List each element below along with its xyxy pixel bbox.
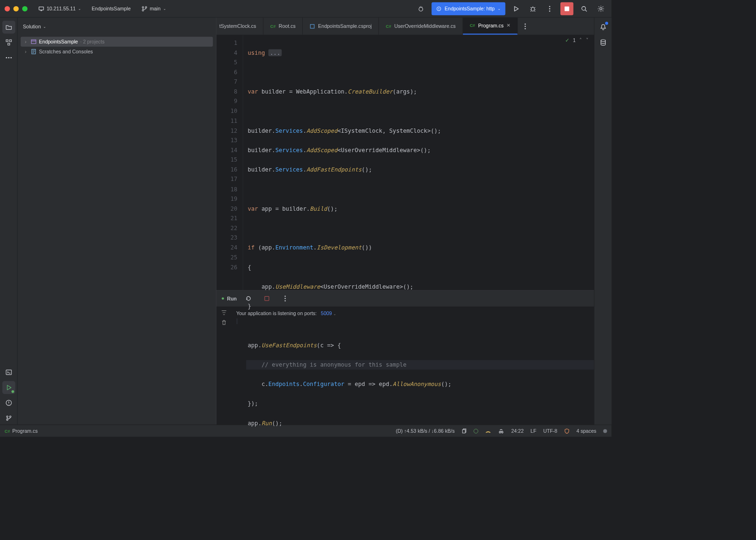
tab-label: UserOverrideMiddleware.cs	[394, 23, 455, 29]
project-name[interactable]: EndpointsSample	[89, 4, 134, 13]
csproj-icon	[309, 24, 315, 29]
filter-icon[interactable]	[221, 309, 227, 316]
minimize-window-button[interactable]	[13, 6, 18, 11]
run-button[interactable]	[510, 2, 522, 15]
cs-icon: C#	[470, 23, 475, 28]
vcs-branch-dropdown[interactable]: main ⌄	[138, 4, 169, 13]
settings-button[interactable]	[595, 2, 607, 15]
close-window-button[interactable]	[5, 6, 10, 11]
status-file[interactable]: C# Program.cs	[5, 428, 38, 434]
zoom-window-button[interactable]	[22, 6, 27, 11]
notifications-button[interactable]	[596, 21, 610, 34]
svg-rect-24	[31, 40, 36, 43]
more-tools-button[interactable]	[2, 51, 15, 64]
right-tool-strip	[594, 17, 611, 425]
line-gutter: 1456789101112131415161718192021222324252…	[216, 35, 243, 290]
play-icon	[6, 385, 12, 391]
editor-tab[interactable]: C#UserOverrideMiddleware.cs	[379, 17, 463, 34]
tree-row-scratches[interactable]: › Scratches and Consoles	[21, 47, 213, 57]
console-caret: ​	[236, 318, 238, 324]
titlebar: 10.211.55.11 ⌄ EndpointsSample main ⌄ En…	[0, 0, 611, 17]
structure-tool-button[interactable]	[2, 36, 15, 49]
run-config-label: EndpointsSample: http	[445, 6, 495, 11]
trash-icon[interactable]	[221, 319, 227, 326]
solution-sidebar: Solution ⌄ › EndpointsSample · 2 project…	[17, 17, 216, 425]
svg-point-28	[525, 26, 526, 27]
svg-point-33	[601, 40, 605, 42]
editor-area: tSystemClock.cs C#Root.cs EndpointsSampl…	[216, 17, 594, 425]
warning-icon	[5, 399, 12, 406]
svg-point-23	[9, 416, 11, 417]
profiler-icon-button[interactable]	[415, 2, 427, 15]
code-surface[interactable]: using ... var builder = WebApplication.C…	[243, 35, 594, 290]
tab-label: Root.cs	[279, 23, 296, 29]
stop-icon	[565, 6, 569, 11]
chevron-down-icon: ⌄	[163, 7, 166, 11]
more-actions-button[interactable]	[543, 2, 556, 15]
svg-rect-14	[9, 40, 11, 42]
chevron-up-icon[interactable]: ˄	[579, 37, 582, 43]
chevron-down-icon[interactable]: ˅	[586, 37, 589, 43]
chevron-down-icon: ⌄	[78, 7, 81, 11]
remote-host-label: 10.211.55.11	[47, 6, 76, 11]
code-editor[interactable]: 1456789101112131415161718192021222324252…	[216, 35, 594, 290]
running-dot-icon	[222, 297, 224, 300]
chevron-down-icon: ⌄	[498, 7, 500, 11]
tree-row-label: EndpointsSample	[39, 39, 78, 44]
svg-rect-13	[6, 40, 8, 42]
left-tool-strip	[0, 17, 17, 425]
editor-tab[interactable]: EndpointsSample.csproj	[303, 17, 379, 34]
vcs-tool-button[interactable]	[2, 411, 15, 425]
editor-tab[interactable]: C#Root.cs	[263, 17, 302, 34]
problems-tool-button[interactable]	[2, 396, 15, 410]
stop-button[interactable]	[560, 2, 574, 15]
solution-icon	[31, 39, 37, 45]
solution-tree: › EndpointsSample · 2 projects › Scratch…	[17, 35, 216, 58]
play-icon	[513, 6, 519, 12]
run-tool-button[interactable]	[2, 381, 15, 394]
svg-point-16	[6, 57, 7, 59]
svg-point-12	[600, 8, 602, 10]
svg-rect-0	[39, 7, 44, 9]
notification-dot-icon	[605, 22, 608, 25]
svg-point-27	[525, 23, 526, 25]
svg-point-22	[6, 419, 8, 420]
sidebar-title: Solution	[23, 24, 41, 29]
inspection-widget[interactable]: ✓ 1 ˄ ˅	[565, 37, 589, 43]
remote-host-dropdown[interactable]: 10.211.55.11 ⌄	[35, 4, 84, 13]
close-tab-icon[interactable]: ✕	[507, 23, 510, 28]
main-area: Solution ⌄ › EndpointsSample · 2 project…	[0, 17, 611, 425]
run-config-selector[interactable]: EndpointsSample: http ⌄	[432, 2, 506, 15]
run-tab-label: Run	[227, 296, 237, 301]
project-name-label: EndpointsSample	[92, 6, 130, 11]
status-file-label: Program.cs	[12, 428, 38, 434]
svg-point-6	[438, 8, 439, 9]
check-icon: ✓	[565, 37, 569, 43]
chevron-right-icon: ›	[23, 49, 28, 54]
editor-tab[interactable]: tSystemClock.cs	[216, 17, 264, 34]
svg-point-10	[549, 10, 550, 12]
scratches-icon	[31, 49, 37, 55]
svg-point-18	[10, 57, 12, 59]
window-controls	[5, 6, 28, 11]
folder-icon	[5, 24, 12, 31]
editor-tab-active[interactable]: C#Program.cs✕	[463, 17, 518, 34]
run-tab[interactable]: Run	[222, 296, 237, 301]
tree-row-label: Scratches and Consoles	[39, 49, 93, 54]
tab-label: Program.cs	[478, 23, 504, 28]
gear-icon	[597, 5, 604, 12]
cs-icon: C#	[5, 429, 10, 433]
debug-button[interactable]	[527, 2, 539, 15]
status-readonly-icon[interactable]	[603, 429, 607, 433]
tabs-overflow-button[interactable]	[518, 17, 533, 34]
svg-point-2	[142, 9, 144, 11]
sidebar-header[interactable]: Solution ⌄	[17, 17, 216, 35]
project-tool-button[interactable]	[2, 21, 15, 34]
database-tool-button[interactable]	[596, 36, 610, 49]
terminal-tool-button[interactable]	[2, 366, 15, 379]
tree-row-suffix: · 2 projects	[80, 39, 104, 44]
svg-point-11	[582, 6, 585, 10]
tree-row-solution[interactable]: › EndpointsSample · 2 projects	[21, 37, 213, 47]
chevron-down-icon: ⌄	[43, 24, 46, 28]
search-everywhere-button[interactable]	[578, 2, 590, 15]
